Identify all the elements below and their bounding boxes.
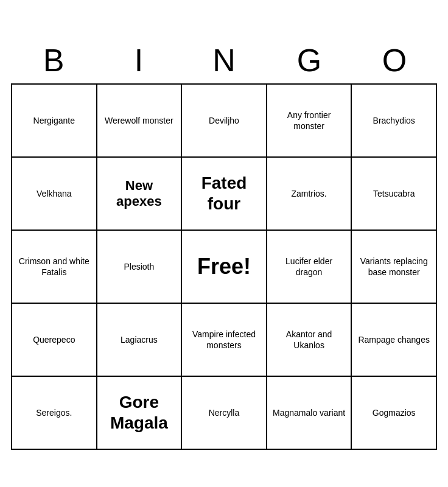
bingo-cell-0-3: Any frontier monster xyxy=(267,85,352,158)
bingo-cell-1-0: Velkhana xyxy=(12,158,97,231)
bingo-cell-3-4: Rampage changes xyxy=(352,304,437,377)
bingo-letter: G xyxy=(267,37,352,83)
bingo-cell-3-0: Querepeco xyxy=(12,304,97,377)
bingo-card: BINGO NergiganteWerewolf monsterDeviljho… xyxy=(5,31,443,456)
bingo-cell-2-1: Plesioth xyxy=(97,231,183,304)
bingo-letter: I xyxy=(96,37,181,83)
bingo-cell-3-1: Lagiacrus xyxy=(97,304,183,377)
bingo-cell-0-1: Werewolf monster xyxy=(97,85,183,158)
bingo-cell-3-2: Vampire infected monsters xyxy=(182,304,267,377)
bingo-cell-2-4: Variants replacing base monster xyxy=(352,231,437,304)
bingo-cell-4-2: Nercylla xyxy=(182,377,267,450)
bingo-letter: O xyxy=(352,37,437,83)
bingo-letter: N xyxy=(181,37,267,83)
bingo-cell-1-4: Tetsucabra xyxy=(352,158,437,231)
bingo-cell-1-1: New apexes xyxy=(97,158,183,231)
bingo-letter: B xyxy=(11,37,96,83)
bingo-cell-0-2: Deviljho xyxy=(182,85,267,158)
bingo-cell-4-1: Gore Magala xyxy=(97,377,183,450)
bingo-cell-2-3: Lucifer elder dragon xyxy=(267,231,352,304)
bingo-cell-4-4: Gogmazios xyxy=(352,377,437,450)
bingo-cell-0-0: Nergigante xyxy=(12,85,97,158)
bingo-header: BINGO xyxy=(11,37,437,83)
bingo-grid: NergiganteWerewolf monsterDeviljhoAny fr… xyxy=(11,83,437,450)
bingo-cell-4-0: Sereigos. xyxy=(12,377,97,450)
bingo-cell-4-3: Magnamalo variant xyxy=(267,377,352,450)
bingo-cell-2-0: Crimson and white Fatalis xyxy=(12,231,97,304)
bingo-cell-2-2: Free! xyxy=(182,231,267,304)
bingo-cell-1-3: Zamtrios. xyxy=(267,158,352,231)
bingo-cell-1-2: Fated four xyxy=(182,158,267,231)
bingo-cell-3-3: Akantor and Ukanlos xyxy=(267,304,352,377)
bingo-cell-0-4: Brachydios xyxy=(352,85,437,158)
